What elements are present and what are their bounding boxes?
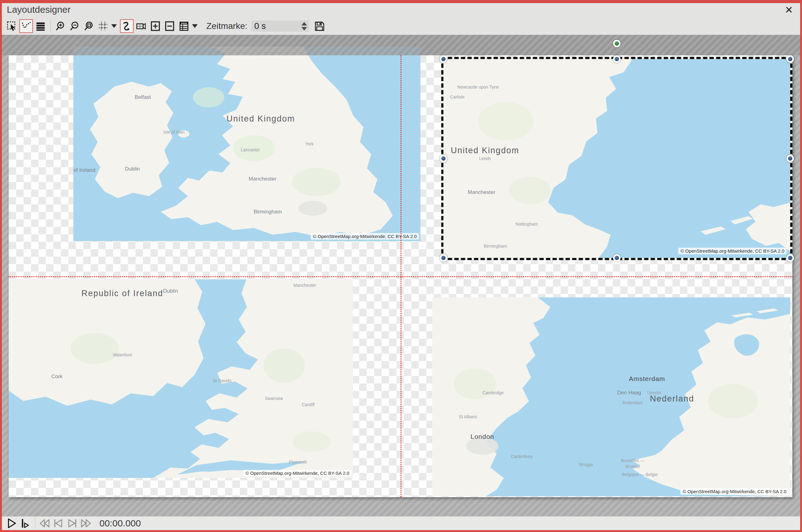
- zeitmarke-input[interactable]: [251, 20, 301, 32]
- node-select-tool-button[interactable]: [19, 19, 33, 33]
- zoom-in-button[interactable]: [54, 19, 67, 33]
- map-labels: United KingdomBelfastDublinIsle of ManMa…: [73, 46, 420, 241]
- step-forward-icon: [66, 518, 78, 529]
- map-label: London: [471, 433, 494, 440]
- resize-handle-top-left[interactable]: [440, 55, 447, 63]
- layout-canvas[interactable]: United KingdomBelfastDublinIsle of ManMa…: [2, 35, 800, 516]
- map-label: Den Haag: [617, 390, 641, 396]
- layoutdesigner-window: Layoutdesigner ✕: [0, 0, 802, 532]
- map-element-uk-ireland[interactable]: United KingdomBelfastDublinIsle of ManMa…: [73, 46, 420, 241]
- map-label: Canterbury: [511, 454, 532, 459]
- grid-tool-button[interactable]: [96, 19, 110, 33]
- window-title: Layoutdesigner: [7, 4, 71, 15]
- fast-forward-button[interactable]: [79, 517, 93, 530]
- map-label: Republic of Ireland: [73, 167, 95, 173]
- grid-icon: [98, 21, 109, 32]
- map-attribution: © OpenStreetMap.org-Mitwirkende, CC BY-S…: [311, 233, 419, 240]
- selection-dashed-border[interactable]: [441, 57, 793, 260]
- map-label: Birmingham: [253, 209, 282, 215]
- map-label: Belfast: [135, 94, 151, 100]
- map-labels: LondonSt AlbansCambridgeCanterburyAmster…: [432, 298, 790, 496]
- resize-handle-top-right[interactable]: [786, 55, 794, 63]
- map-labels: Republic of IrelandDublinManchesterCorkW…: [9, 279, 353, 478]
- rotation-handle[interactable]: [613, 40, 620, 47]
- map-label: Republic of Ireland: [81, 288, 163, 298]
- zoom-fit-button[interactable]: [82, 19, 96, 33]
- camera-view-button[interactable]: [134, 19, 148, 33]
- dotted-curve-icon: [21, 21, 32, 32]
- rewind-icon: [39, 518, 51, 529]
- map-label: Dublin: [125, 166, 140, 172]
- rewind-button[interactable]: [38, 517, 52, 530]
- zoom-out-button[interactable]: [68, 19, 81, 33]
- add-element-button[interactable]: [149, 19, 162, 33]
- map-label: Manchester: [249, 176, 276, 182]
- map-label: York: [305, 141, 314, 146]
- properties-dropdown-caret[interactable]: [192, 24, 198, 28]
- play-button[interactable]: [5, 517, 19, 530]
- map-label: Manchester: [293, 283, 316, 288]
- map-attribution: © OpenStreetMap.org-Mitwirkende, CC BY-S…: [243, 470, 351, 476]
- remove-element-button[interactable]: [163, 19, 176, 33]
- path-tool-button[interactable]: [120, 19, 134, 33]
- spinner-down-icon[interactable]: [301, 27, 307, 31]
- map-label: United Kingdom: [227, 114, 295, 124]
- zoom-out-icon: [69, 21, 80, 32]
- zoom-in-icon: [55, 21, 65, 32]
- map-label: Cambridge: [482, 390, 504, 395]
- resize-handle-bottom-center[interactable]: [613, 254, 620, 262]
- map-label: Belgique — Belgie: [622, 472, 658, 477]
- select-tool-button[interactable]: [5, 19, 19, 33]
- close-button[interactable]: ✕: [783, 4, 795, 16]
- camera-viewport-icon: [136, 21, 146, 32]
- resize-handle-bottom-right[interactable]: [786, 254, 794, 262]
- layers-tool-button[interactable]: [34, 19, 47, 33]
- map-label: Nederland: [650, 394, 694, 404]
- selection-frame[interactable]: [443, 59, 790, 258]
- play-from-marker-button[interactable]: [19, 517, 32, 530]
- step-back-button[interactable]: [52, 517, 65, 530]
- map-attribution: © OpenStreetMap.org-Mitwirkende, CC BY-S…: [681, 488, 789, 495]
- toolbar: Zeitmarke:: [2, 17, 800, 35]
- map-element-england-netherlands[interactable]: LondonSt AlbansCambridgeCanterburyAmster…: [432, 298, 790, 496]
- map-label: Isle of Man: [164, 130, 185, 135]
- plus-box-icon: [150, 21, 161, 32]
- element-properties-button[interactable]: [177, 19, 191, 33]
- timecode-display: 00:00.000: [99, 518, 141, 529]
- map-label: Bruxelles —: [621, 458, 644, 463]
- resize-handle-top-center[interactable]: [613, 55, 620, 63]
- grid-dropdown-caret[interactable]: [111, 24, 117, 28]
- map-label: Cork: [51, 374, 62, 380]
- properties-table-icon: [179, 21, 189, 32]
- map-label: Lancaster: [241, 147, 260, 152]
- zeitmarke-label: Zeitmarke:: [206, 21, 247, 31]
- resize-handle-bottom-left[interactable]: [440, 254, 447, 262]
- horizontal-center-guide: [9, 276, 793, 277]
- fast-forward-icon: [80, 518, 92, 529]
- map-label: Dublin: [163, 288, 178, 294]
- out-of-page-hatch: [2, 35, 800, 55]
- toolbar-separator: [50, 20, 51, 32]
- resize-handle-middle-left[interactable]: [440, 155, 447, 162]
- map-label: Waterford: [113, 353, 132, 357]
- save-floppy-icon: [314, 21, 325, 32]
- map-label: Amsterdam: [629, 375, 665, 382]
- stacked-bars-icon: [35, 21, 46, 32]
- map-label: Cardiff: [302, 402, 314, 407]
- map-label: St Albans: [459, 414, 477, 419]
- zeitmarke-spinner[interactable]: [301, 20, 309, 32]
- map-label: Swansea: [265, 396, 283, 401]
- play-from-marker-icon: [20, 518, 31, 529]
- spinner-up-icon[interactable]: [301, 22, 307, 25]
- titlebar: Layoutdesigner ✕: [2, 3, 800, 17]
- map-element-ireland-wales[interactable]: Republic of IrelandDublinManchesterCorkW…: [9, 279, 353, 478]
- playbar-separator: [35, 518, 35, 529]
- map-label: St Davids: [213, 378, 231, 383]
- save-layout-button[interactable]: [312, 19, 326, 33]
- step-forward-button[interactable]: [65, 517, 79, 530]
- map-label: Rotterdam: [623, 400, 643, 405]
- s-curve-icon: [121, 21, 132, 32]
- minus-box-icon: [165, 21, 175, 32]
- map-label: Brussel: [626, 464, 640, 469]
- resize-handle-middle-right[interactable]: [786, 155, 794, 162]
